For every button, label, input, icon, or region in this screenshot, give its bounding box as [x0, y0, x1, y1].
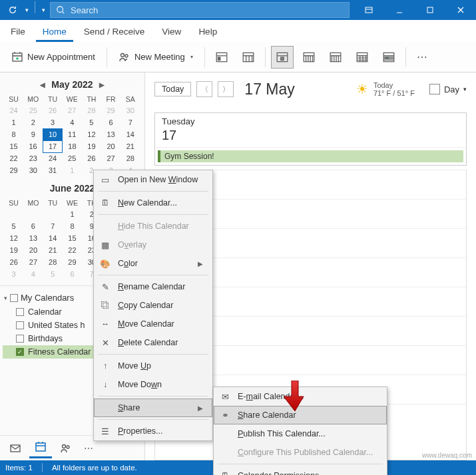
sync-button[interactable] — [4, 1, 21, 19]
arrow-down-icon: ↓ — [99, 379, 111, 390]
checkbox[interactable] — [16, 321, 24, 329]
ctx-rename[interactable]: ✎Rename Calendar — [94, 277, 212, 296]
ctx-share-calendar[interactable]: ⚭Share Calendar — [214, 406, 387, 424]
chevron-down-icon: ▾ — [4, 295, 7, 301]
overlay-icon: ▦ — [99, 239, 111, 250]
ribbon-view-today[interactable] — [210, 46, 233, 69]
search-placeholder: Search — [71, 5, 98, 15]
ribbon-more[interactable]: ⋯ — [411, 48, 434, 66]
separator — [204, 47, 205, 67]
ribbon-view-day[interactable] — [271, 46, 294, 69]
menu-help[interactable]: Help — [192, 23, 224, 42]
ctx-color[interactable]: 🎨Color▶ — [94, 254, 212, 273]
ribbon-view-next7[interactable] — [237, 46, 260, 69]
minimize-button[interactable] — [384, 0, 415, 20]
ctx-calendar-permissions[interactable]: 🗓Calendar Permissions — [214, 466, 387, 475]
svg-point-5 — [125, 55, 128, 57]
today-button[interactable]: Today — [154, 82, 191, 96]
prev-day-button[interactable]: 〈 — [196, 81, 212, 97]
ctx-open-new-window[interactable]: ▭Open in New Window — [94, 170, 212, 189]
ribbon-view-schedule[interactable] — [377, 46, 400, 69]
menu-view[interactable]: View — [155, 23, 188, 42]
cal-next-month[interactable]: ▶ — [97, 80, 107, 89]
svg-rect-7 — [218, 57, 220, 60]
date-heading: 17 May — [244, 80, 294, 98]
mini-calendar-may[interactable]: SUMOTUWETHFRSA 24252627282930 1234567 89… — [4, 94, 140, 176]
svg-point-4 — [120, 53, 124, 57]
svg-rect-2 — [427, 7, 433, 13]
chevron-down-icon: ▾ — [463, 86, 467, 92]
new-meeting-button[interactable]: New Meeting ▾ — [113, 46, 199, 69]
ribbon-view-week[interactable] — [324, 46, 347, 69]
day-of-week: Tuesday — [155, 113, 466, 128]
move-icon: ↔ — [99, 319, 111, 329]
svg-rect-10 — [281, 57, 284, 60]
svg-point-0 — [57, 7, 63, 13]
checkbox[interactable] — [16, 308, 24, 316]
watermark: www.dewaq.com — [422, 452, 472, 459]
share-icon: ⚭ — [219, 410, 231, 420]
nav-more[interactable]: ⋯ — [80, 443, 99, 454]
ctx-copy[interactable]: ⿻Copy Calendar — [94, 296, 212, 315]
cal-prev-month[interactable]: ◀ — [38, 80, 47, 89]
status-folders: All folders are up to date. — [52, 464, 137, 472]
ctx-move[interactable]: ↔Move Calendar — [94, 315, 212, 333]
ctx-move-up[interactable]: ↑Move Up — [94, 357, 212, 375]
ctx-move-down[interactable]: ↓Move Down — [94, 375, 212, 394]
context-menu-share: ✉E-mail Calendar... ⚭Share Calendar Publ… — [213, 387, 387, 475]
cal-month2-title: June 2022 — [50, 183, 95, 194]
quick-access-dropdown[interactable]: ▾ — [23, 1, 31, 19]
ctx-share[interactable]: Share▶ — [94, 398, 212, 417]
nav-calendar[interactable] — [29, 438, 52, 458]
svg-point-18 — [63, 444, 66, 448]
appointment-icon — [11, 51, 23, 63]
properties-icon: ☰ — [99, 426, 111, 436]
separator — [405, 47, 406, 67]
chevron-down-icon: ▾ — [190, 54, 193, 60]
rename-icon: ✎ — [99, 281, 111, 292]
ctx-publish-calendar[interactable]: Publish This Calendar... — [214, 424, 387, 443]
allday-event[interactable]: Gym Session! — [158, 150, 463, 162]
new-meeting-label: New Meeting — [134, 52, 185, 62]
checkbox-checked[interactable]: ✓ — [16, 348, 24, 356]
menu-file[interactable]: File — [4, 23, 32, 42]
svg-point-19 — [67, 446, 69, 448]
nav-people[interactable] — [55, 438, 77, 458]
ctx-new-calendar[interactable]: 🗓New Calendar... — [94, 194, 212, 212]
new-appointment-button[interactable]: New Appointment — [5, 46, 101, 69]
ribbon-view-month[interactable] — [351, 46, 373, 69]
menu-send-receive[interactable]: Send / Receive — [77, 23, 152, 42]
delete-icon: ✕ — [99, 337, 111, 348]
ribbon-display-button[interactable] — [354, 0, 384, 20]
ribbon: New Appointment New Meeting ▾ ⋯ — [0, 42, 476, 73]
mail-icon: ✉ — [219, 391, 231, 402]
menu-home[interactable]: Home — [36, 23, 73, 42]
calendar-icon: 🗓 — [99, 198, 111, 208]
ctx-delete[interactable]: ✕Delete Calendar — [94, 333, 212, 352]
new-appointment-label: New Appointment — [27, 52, 95, 62]
search-icon — [56, 5, 65, 15]
ctx-email-calendar[interactable]: ✉E-mail Calendar... — [214, 387, 387, 406]
menubar: File Home Send / Receive View Help — [0, 20, 476, 42]
context-menu-calendar: ▭Open in New Window 🗓New Calendar... Hid… — [93, 170, 213, 441]
checkbox[interactable] — [16, 335, 24, 343]
ctx-properties[interactable]: ☰Properties... — [94, 422, 212, 440]
close-button[interactable] — [445, 0, 476, 20]
customize-dropdown[interactable]: ▾ — [39, 1, 47, 19]
weather-widget[interactable]: ☀ Today 71° F / 51° F — [356, 81, 415, 97]
nav-mail[interactable] — [4, 438, 27, 458]
svg-rect-17 — [36, 443, 45, 451]
meeting-icon — [119, 51, 130, 63]
search-input[interactable]: Search — [50, 2, 350, 18]
my-calendars-checkbox[interactable] — [10, 294, 18, 302]
ribbon-view-workweek[interactable] — [298, 46, 320, 69]
next-day-button[interactable]: 〉 — [218, 81, 234, 97]
day-number: 17 — [155, 128, 466, 147]
svg-rect-1 — [365, 7, 372, 13]
palette-icon: 🎨 — [99, 258, 111, 269]
maximize-button[interactable] — [415, 0, 445, 20]
calendar-icon — [429, 84, 440, 94]
cal-month1-title: May 2022 — [51, 79, 93, 90]
separator — [107, 47, 107, 67]
view-selector[interactable]: Day ▾ — [429, 84, 467, 94]
